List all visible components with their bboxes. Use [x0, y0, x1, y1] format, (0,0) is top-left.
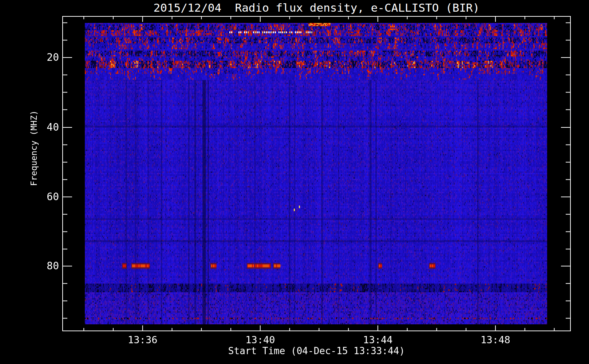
x-tick-label: 13:44 [349, 334, 407, 345]
x-tick-label: 13:48 [466, 334, 525, 345]
y-tick-label: 60 [0, 191, 59, 203]
y-axis-label: Frequency (MHZ) [29, 110, 39, 186]
x-tick-label: 13:40 [231, 334, 289, 345]
x-tick-label: 13:36 [114, 334, 172, 345]
y-tick-label: 80 [0, 260, 59, 272]
plot-frame [63, 16, 570, 331]
axes-frame [0, 0, 589, 364]
spectrogram-plot: 2015/12/04 Radio flux density, e-CALLIST… [0, 0, 589, 364]
x-axis-label: Start Time (04-Dec-15 13:33:44) [63, 345, 570, 356]
y-tick-label: 20 [0, 51, 59, 64]
